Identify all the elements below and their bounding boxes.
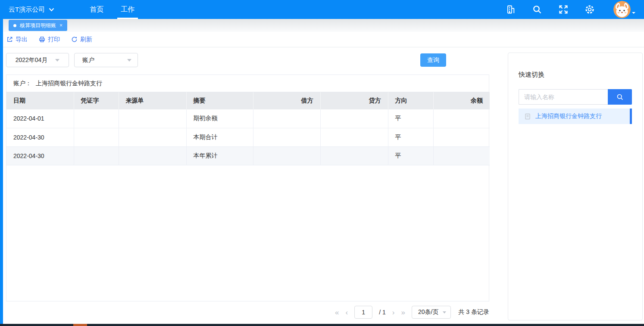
table-body: 2022-04-01期初余额平2022-04-30本期合计平2022-04-30…: [6, 109, 490, 165]
table-row[interactable]: 2022-04-30本年累计平: [6, 146, 490, 165]
nav-work[interactable]: 工作: [112, 0, 143, 19]
print-button[interactable]: 打印: [39, 36, 60, 43]
print-icon: [39, 36, 45, 43]
tab-ledger[interactable]: 核算项目明细账 ×: [9, 20, 67, 31]
taskbar-accent: [73, 324, 87, 326]
table-cell: 平: [388, 128, 433, 146]
account-label: 账户：: [13, 80, 31, 87]
last-page-button[interactable]: »: [401, 309, 405, 316]
column-header: 方向: [388, 92, 433, 109]
table-cell: [433, 146, 490, 165]
refresh-icon: [71, 36, 78, 43]
left-accent-strip: [0, 19, 3, 324]
user-avatar[interactable]: [613, 1, 635, 18]
current-page-input[interactable]: 1: [354, 306, 372, 319]
table-cell: [119, 146, 186, 165]
table-cell: [253, 109, 320, 128]
quick-switch-panel: 快速切换 上海招商银行金钟路支行: [508, 53, 643, 320]
chevron-down-icon: [127, 59, 131, 64]
table-cell: [74, 109, 119, 128]
avatar-caret-icon: [632, 12, 635, 16]
table-cell: [74, 128, 119, 146]
period-value: 2022年04月: [16, 56, 48, 64]
company-switcher[interactable]: 云T演示公司: [9, 6, 54, 14]
search-input[interactable]: [519, 89, 608, 105]
refresh-button[interactable]: 刷新: [71, 36, 92, 43]
query-button[interactable]: 查询: [420, 53, 446, 67]
top-bar: 云T演示公司 首页 工作: [0, 0, 644, 19]
column-header: 借方: [253, 92, 320, 109]
app-window: 云T演示公司 首页 工作: [0, 0, 644, 326]
chevron-down-icon: [55, 59, 59, 64]
table-cell: [433, 128, 490, 146]
column-header: 日期: [6, 92, 74, 109]
page-size-select[interactable]: 20条/页: [412, 306, 451, 319]
fullscreen-icon[interactable]: [558, 4, 569, 15]
report-icon[interactable]: [506, 4, 516, 15]
table-cell: [119, 109, 186, 128]
table-row[interactable]: 2022-04-01期初余额平: [6, 109, 490, 128]
tab-close-icon[interactable]: ×: [59, 22, 63, 28]
total-records-label: 共 3 条记录: [458, 308, 489, 316]
topbar-actions: [506, 1, 635, 18]
bottom-edge-bar: [0, 324, 644, 326]
account-value: 上海招商银行金钟路支行: [36, 80, 102, 87]
first-page-button[interactable]: «: [335, 309, 339, 316]
settings-icon[interactable]: [585, 4, 595, 15]
table-cell: 本年累计: [186, 146, 253, 165]
pagination: « ‹ 1 / 1 › » 20条/页 共 3 条记录: [6, 305, 489, 320]
company-name: 云T演示公司: [9, 6, 45, 14]
table-cell: 2022-04-30: [6, 128, 74, 146]
table-cell: 2022-04-01: [6, 109, 74, 128]
main-nav: 首页 工作: [81, 0, 143, 19]
table-cell: 本期合计: [186, 128, 253, 146]
dimension-select[interactable]: 账户: [74, 53, 138, 67]
search-icon: [616, 93, 624, 101]
next-page-button[interactable]: ›: [392, 309, 395, 316]
period-select[interactable]: 2022年04月: [6, 53, 69, 67]
account-list-item[interactable]: 上海招商银行金钟路支行: [519, 109, 632, 124]
column-header: 凭证字: [74, 92, 119, 109]
page-size-value: 20条/页: [418, 308, 438, 316]
table-cell: 期初余额: [186, 109, 253, 128]
avatar: [613, 1, 631, 18]
account-line: 账户： 上海招商银行金钟路支行: [6, 75, 489, 92]
column-header: 来源单: [119, 92, 186, 109]
tab-active-dot: [13, 24, 16, 27]
table-cell: [433, 109, 490, 128]
nav-home-label: 首页: [90, 6, 103, 13]
table-cell: [320, 109, 388, 128]
panel-search: [519, 89, 632, 105]
table-cell: [253, 146, 320, 165]
table-cell: 2022-04-30: [6, 146, 74, 165]
prev-page-button[interactable]: ‹: [346, 309, 348, 316]
table-cell: [320, 128, 388, 146]
table-cell: [320, 146, 388, 165]
panel-title: 快速切换: [519, 71, 642, 79]
tab-strip: 核算项目明细账 ×: [0, 19, 644, 32]
export-button[interactable]: 导出: [6, 36, 28, 43]
nav-home[interactable]: 首页: [81, 0, 112, 19]
table-cell: 平: [388, 109, 433, 128]
table-cell: [253, 128, 320, 146]
export-label: 导出: [16, 36, 28, 43]
header-row: 日期凭证字来源单摘要借方贷方方向余额: [6, 92, 490, 109]
table-row[interactable]: 2022-04-30本期合计平: [6, 128, 490, 146]
table-header: 日期凭证字来源单摘要借方贷方方向余额: [6, 92, 490, 109]
search-icon[interactable]: [532, 4, 542, 15]
nav-work-label: 工作: [121, 6, 134, 13]
ledger-table: 日期凭证字来源单摘要借方贷方方向余额 2022-04-01期初余额平2022-0…: [6, 92, 490, 165]
document-icon: [525, 113, 531, 120]
column-header: 贷方: [320, 92, 388, 109]
tab-label: 核算项目明细账: [20, 22, 56, 29]
chevron-down-icon: [49, 8, 54, 12]
chevron-down-icon: [443, 311, 446, 315]
table-cell: 平: [388, 146, 433, 165]
search-button[interactable]: [608, 89, 632, 105]
export-icon: [6, 36, 13, 43]
column-header: 摘要: [186, 92, 253, 109]
refresh-label: 刷新: [80, 36, 92, 43]
column-header: 余额: [433, 92, 490, 109]
print-label: 打印: [48, 36, 60, 43]
table-cell: [74, 146, 119, 165]
